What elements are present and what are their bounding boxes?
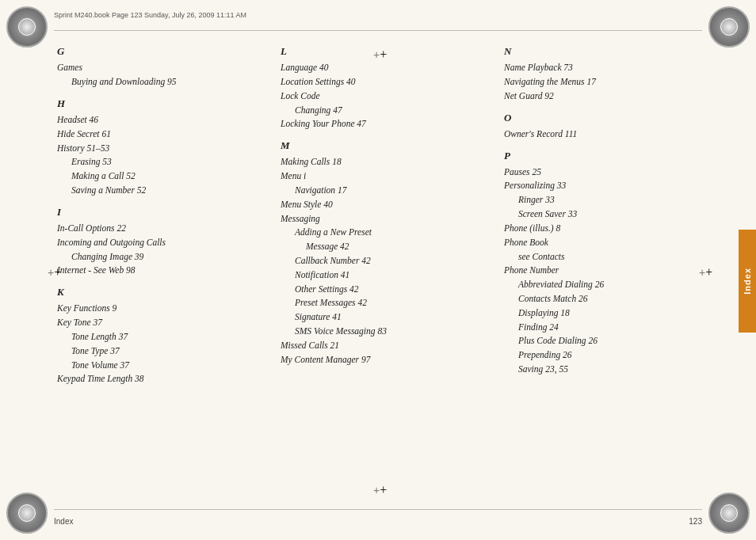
index-entry: Phone Number: [504, 264, 718, 278]
corner-decoration-bl: [6, 492, 48, 534]
index-entry: Contacts Match 26: [504, 292, 718, 306]
index-entry: Erasing 53: [57, 155, 271, 169]
index-entry: Buying and Downloading 95: [57, 75, 271, 89]
index-entry: Abbreviated Dialing 26: [504, 278, 718, 292]
column-2: LLanguage 40Location Settings 40Lock Cod…: [281, 44, 504, 500]
header-line: [54, 30, 702, 31]
index-entry: Name Playback 73: [504, 61, 718, 75]
footer-right: 123: [689, 517, 702, 526]
index-entry: Menu Style 40: [281, 198, 494, 212]
index-entry: Key Tone 37: [57, 316, 271, 330]
index-tab: Index: [739, 230, 756, 333]
index-entry: Games: [57, 61, 271, 75]
index-entry: Message 42: [281, 240, 494, 254]
page: + + + + Sprint M240.book Page 123 Sunday…: [0, 0, 756, 540]
index-entry: Menu i: [281, 169, 494, 184]
index-entry: Personalizing 33: [504, 179, 718, 193]
index-entry: Phone (illus.) 8: [504, 222, 718, 236]
index-entry: Prepending 26: [504, 348, 718, 363]
section-letter-N: N: [504, 44, 718, 59]
section-letter-G: G: [57, 44, 271, 59]
index-entry: Pauses 25: [504, 165, 718, 180]
index-entry: Lock Code: [281, 89, 494, 104]
index-entry: Key Functions 9: [57, 302, 271, 316]
section-letter-L: L: [281, 44, 494, 59]
index-entry: Locking Your Phone 47: [281, 117, 494, 131]
section-letter-K: K: [57, 284, 271, 300]
index-entry: Tone Volume 37: [57, 359, 271, 373]
index-entry: Notification 41: [281, 268, 494, 283]
footer-line: [54, 509, 702, 510]
index-entry: Making a Call 52: [57, 169, 271, 184]
index-entry: Finding 24: [504, 321, 718, 335]
index-entry: Making Calls 18: [281, 155, 494, 169]
section-letter-I: I: [57, 204, 271, 220]
index-entry: History 51–53: [57, 142, 271, 156]
index-entry: My Content Manager 97: [281, 353, 494, 367]
column-3: NName Playback 73Navigating the Menus 17…: [504, 44, 727, 500]
section-letter-H: H: [57, 96, 271, 112]
corner-decoration-tl: [6, 6, 48, 48]
page-header: Sprint M240.book Page 123 Sunday, July 2…: [54, 11, 702, 19]
index-entry: Hide Secret 61: [57, 127, 271, 142]
index-entry: Saving 23, 55: [504, 363, 718, 377]
header-text: Sprint M240.book Page 123 Sunday, July 2…: [54, 11, 246, 19]
index-entry: Tone Type 37: [57, 344, 271, 359]
index-entry: Navigation 17: [281, 184, 494, 198]
footer-left: Index: [54, 517, 73, 526]
index-entry: Changing Image 39: [57, 250, 271, 264]
corner-decoration-tr: [708, 6, 750, 48]
index-entry: Adding a New Preset: [281, 226, 494, 240]
index-entry: Location Settings 40: [281, 75, 494, 89]
index-entry: Signature 41: [281, 310, 494, 325]
section-letter-P: P: [504, 148, 718, 164]
index-entry: Keypad Time Length 38: [57, 372, 271, 386]
index-entry: Phone Book: [504, 236, 718, 250]
index-entry: Other Settings 42: [281, 283, 494, 297]
index-entry: Callback Number 42: [281, 254, 494, 268]
index-entry: SMS Voice Messaging 83: [281, 325, 494, 339]
index-entry: Saving a Number 52: [57, 184, 271, 198]
index-entry: Incoming and Outgoing Calls: [57, 236, 271, 250]
index-entry: Plus Code Dialing 26: [504, 334, 718, 348]
section-letter-O: O: [504, 110, 718, 126]
index-entry: Screen Saver 33: [504, 207, 718, 222]
crosshair-left: +: [48, 265, 57, 275]
index-entry: Language 40: [281, 61, 494, 75]
index-entry: Messaging: [281, 212, 494, 226]
index-entry: Navigating the Menus 17: [504, 75, 718, 89]
index-entry: see Contacts: [504, 250, 718, 264]
index-entry: Missed Calls 21: [281, 339, 494, 353]
section-letter-M: M: [281, 138, 494, 154]
index-entry: Ringer 33: [504, 193, 718, 207]
index-entry: Internet - See Web 98: [57, 264, 271, 278]
index-entry: Tone Length 37: [57, 330, 271, 344]
index-entry: Preset Messages 42: [281, 296, 494, 310]
index-entry: Owner's Record 111: [504, 127, 718, 142]
index-tab-label: Index: [743, 268, 752, 295]
column-1: GGamesBuying and Downloading 95HHeadset …: [57, 44, 281, 500]
index-entry: Headset 46: [57, 113, 271, 127]
main-content: GGamesBuying and Downloading 95HHeadset …: [57, 44, 727, 500]
index-entry: In-Call Options 22: [57, 222, 271, 236]
page-footer: Index 123: [54, 517, 702, 526]
index-entry: Displaying 18: [504, 306, 718, 321]
index-entry: Net Guard 92: [504, 89, 718, 104]
index-entry: Changing 47: [281, 104, 494, 118]
